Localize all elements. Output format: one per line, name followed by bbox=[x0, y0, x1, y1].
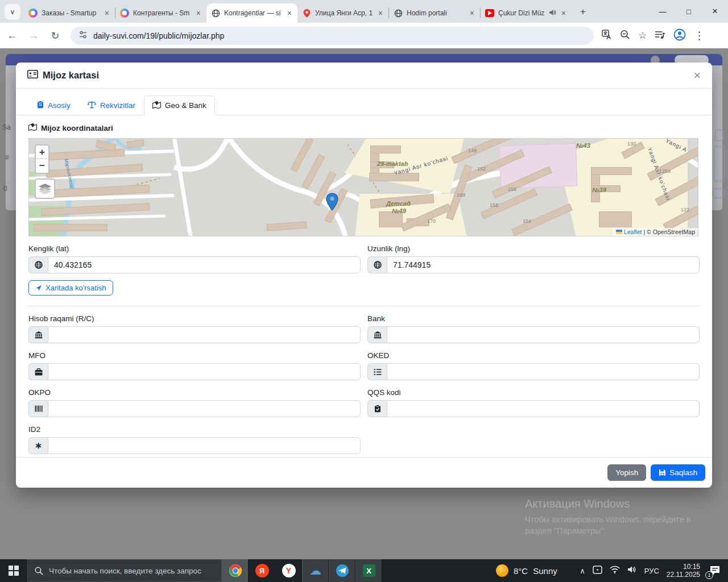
clipboard-check-icon bbox=[367, 400, 387, 417]
coordinates-section-title: Mijoz koordinatalari bbox=[28, 123, 700, 132]
browser-tab-yandex-maps[interactable]: Улица Янги Аср, 1 × bbox=[297, 3, 388, 23]
map-layers-button[interactable] bbox=[35, 178, 55, 199]
window-minimize-button[interactable]: — bbox=[650, 0, 676, 23]
id2-input[interactable] bbox=[48, 437, 361, 454]
taskbar-yandex-browser-icon[interactable]: Я bbox=[249, 559, 275, 582]
taskbar-search[interactable]: Чтобы начать поиск, введите здесь запрос bbox=[27, 559, 222, 582]
address-bar[interactable]: daily-suvi.com/19l/public/mijozlar.php bbox=[71, 27, 594, 45]
close-button[interactable]: Yopish bbox=[607, 464, 646, 481]
attribution-separator: | © bbox=[643, 228, 651, 235]
browser-tab-kontragentlar-active[interactable]: Kontragentlar — si × bbox=[206, 3, 297, 23]
zoom-in-button[interactable]: + bbox=[36, 146, 48, 159]
globe-favicon bbox=[394, 9, 403, 18]
modal-title: Mijoz kartasi bbox=[43, 70, 99, 81]
zoom-out-page-icon[interactable] bbox=[620, 30, 630, 42]
media-playlist-icon[interactable] bbox=[655, 30, 665, 41]
system-tray: ∧ РУС 10:15 22.11.2025 1 bbox=[580, 563, 728, 579]
bookmark-star-icon[interactable]: ☆ bbox=[638, 30, 647, 41]
map-marked-icon bbox=[152, 101, 161, 110]
browser-tab-zakazy[interactable]: Заказы - Smartup × bbox=[24, 3, 115, 23]
notification-center-button[interactable]: 1 bbox=[708, 563, 722, 578]
tab-close-icon[interactable]: × bbox=[195, 9, 202, 18]
background-text-fragment: # bbox=[5, 153, 9, 161]
map-label-school: 29-maktab bbox=[377, 160, 408, 167]
tab-rekvizitlar[interactable]: Rekvizitlar bbox=[79, 95, 144, 115]
leaflet-link[interactable]: Leaflet bbox=[624, 228, 642, 235]
oked-input[interactable] bbox=[387, 363, 700, 380]
lat-input[interactable] bbox=[48, 256, 361, 273]
account-input[interactable] bbox=[48, 326, 361, 343]
map-building bbox=[591, 167, 632, 175]
map-pin-favicon bbox=[302, 9, 311, 18]
yandex-browser-icon: Я bbox=[255, 564, 269, 577]
wifi-icon[interactable] bbox=[610, 566, 620, 576]
language-indicator[interactable]: РУС bbox=[644, 567, 659, 575]
zoom-out-button[interactable]: − bbox=[36, 159, 48, 173]
yandex-icon: Y bbox=[282, 564, 296, 577]
watermark-line: раздел "Параметры". bbox=[525, 525, 713, 537]
map-house-number: 122 bbox=[681, 207, 689, 213]
browser-tab-kontragenty[interactable]: Контрагенты - Sm × bbox=[115, 3, 206, 23]
lng-input[interactable] bbox=[387, 256, 700, 273]
mfo-input[interactable] bbox=[48, 363, 361, 380]
url-text[interactable]: daily-suvi.com/19l/public/mijozlar.php bbox=[93, 31, 224, 40]
site-settings-icon[interactable] bbox=[78, 30, 88, 41]
profile-avatar-icon[interactable] bbox=[673, 28, 686, 43]
tray-device-icon[interactable] bbox=[593, 566, 602, 576]
ukraine-flag-icon bbox=[616, 230, 622, 234]
save-button[interactable]: Saqlash bbox=[651, 464, 705, 481]
close-button-label: Yopish bbox=[615, 468, 638, 477]
taskbar-telegram-icon[interactable] bbox=[329, 559, 355, 582]
volume-icon[interactable] bbox=[627, 566, 637, 576]
osm-link[interactable]: OpenStreetMap bbox=[653, 228, 695, 235]
notification-badge: 1 bbox=[705, 571, 713, 579]
back-button[interactable]: ← bbox=[2, 26, 22, 45]
browser-tab-strip: ∨ Заказы - Smartup × Контрагенты - Sm × … bbox=[0, 0, 728, 23]
new-tab-button[interactable]: + bbox=[575, 4, 591, 20]
map-canvas[interactable]: 29-maktab Детсад №49 №43 №39 Yangi Asr k… bbox=[28, 138, 698, 236]
taskbar-excel-icon[interactable]: X bbox=[355, 559, 382, 582]
tab-close-icon[interactable]: × bbox=[104, 9, 110, 18]
start-button[interactable] bbox=[0, 559, 27, 582]
tab-title: Çukur Dizi Müz bbox=[498, 9, 545, 17]
tab-search-button[interactable]: ∨ bbox=[5, 4, 20, 20]
browser-tab-youtube[interactable]: Çukur Dizi Müz × bbox=[481, 3, 572, 23]
window-restore-button[interactable]: □ bbox=[676, 0, 702, 23]
taskbar-weather[interactable]: 8°C Sunny bbox=[496, 564, 557, 577]
map-house-number: 168 bbox=[457, 192, 465, 198]
map-label-kindergarten: №49 bbox=[392, 207, 406, 214]
windows-taskbar: Чтобы начать поиск, введите здесь запрос… bbox=[0, 559, 728, 582]
id2-label: ID2 bbox=[28, 425, 361, 434]
taskbar-chrome-icon[interactable] bbox=[222, 559, 249, 582]
qqs-input[interactable] bbox=[387, 400, 700, 417]
window-close-button[interactable]: × bbox=[702, 0, 728, 23]
translate-icon[interactable] bbox=[602, 30, 612, 42]
tab-close-icon[interactable]: × bbox=[560, 9, 567, 18]
tab-close-icon[interactable]: × bbox=[377, 9, 384, 18]
taskbar-yandex-icon[interactable]: Y bbox=[275, 559, 302, 582]
browser-menu-icon[interactable]: ⋮ bbox=[694, 29, 705, 42]
show-on-map-button[interactable]: Xaritada ko'rsatish bbox=[28, 280, 113, 296]
map-building bbox=[34, 224, 107, 231]
save-icon bbox=[659, 469, 666, 476]
bank-input[interactable] bbox=[387, 326, 700, 343]
tab-close-icon[interactable]: × bbox=[286, 9, 293, 18]
taskbar-clock[interactable]: 10:15 22.11.2025 bbox=[667, 563, 700, 579]
globe-icon bbox=[367, 256, 387, 273]
modal-close-icon[interactable]: × bbox=[693, 69, 701, 82]
taskbar-cloud-app-icon[interactable]: ☁ bbox=[302, 559, 329, 582]
show-on-map-label: Xaritada ko'rsatish bbox=[46, 284, 106, 292]
tab-audio-icon[interactable] bbox=[549, 8, 556, 18]
forward-button[interactable]: → bbox=[24, 26, 43, 45]
tab-asosiy[interactable]: Asosiy bbox=[28, 95, 79, 115]
map-marker-pin[interactable] bbox=[325, 193, 339, 213]
reload-button[interactable]: ↻ bbox=[46, 26, 65, 45]
tab-geo-bank[interactable]: Geo & Bank bbox=[144, 95, 215, 115]
browser-tab-hodim[interactable]: Hodim portali × bbox=[389, 3, 480, 23]
okpo-input[interactable] bbox=[48, 400, 361, 417]
tab-title: Контрагенты - Sm bbox=[133, 9, 191, 17]
tab-close-icon[interactable]: × bbox=[469, 9, 475, 18]
ordered-list-icon bbox=[367, 363, 387, 380]
tray-chevron-up-icon[interactable]: ∧ bbox=[580, 567, 585, 575]
map-house-number: 158 bbox=[490, 202, 498, 208]
